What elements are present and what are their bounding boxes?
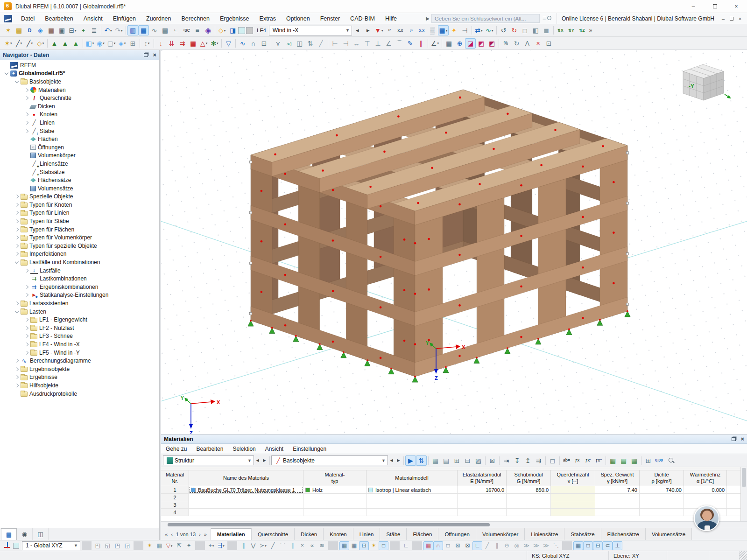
rotate-model-icon[interactable]: ↻ — [509, 25, 520, 35]
menu-item[interactable]: Ergebnisse — [215, 13, 254, 24]
first-table-button[interactable]: « — [165, 532, 168, 537]
member-numbering-icon[interactable]: ¹² — [384, 25, 395, 35]
dimension-linear-icon[interactable]: ⊢ — [330, 38, 340, 49]
separator-icon[interactable] — [328, 541, 338, 550]
expander-icon[interactable] — [23, 169, 30, 175]
gmodul-cell[interactable] — [507, 494, 551, 501]
undo-icon[interactable]: ↶ — [103, 25, 113, 35]
expander-icon[interactable] — [14, 366, 21, 372]
nu-cell[interactable] — [551, 501, 595, 508]
dimension-horizontal-icon[interactable]: ↔ — [351, 38, 362, 49]
dimension-perp-icon[interactable]: ⊥ — [373, 38, 383, 49]
insert-needle-icon[interactable]: ↕ — [141, 38, 152, 49]
new-model-icon[interactable]: ✶ — [3, 25, 14, 35]
emodul-cell[interactable] — [458, 501, 507, 508]
render-settings-icon[interactable]: ⊡ — [543, 38, 554, 49]
separator-icon[interactable] — [606, 456, 606, 465]
row-number[interactable]: 4 — [161, 509, 189, 516]
insert-solid-icon[interactable]: ◈ — [117, 38, 127, 49]
snap-square-icon[interactable]: □ — [443, 541, 453, 550]
expander-icon[interactable] — [14, 234, 21, 241]
tree-item[interactable]: Spezielle Objekte — [0, 193, 159, 201]
col-header-emodul[interactable]: ElastizitätsmodulE [N/mm²] — [458, 470, 507, 486]
regenerate-model-icon[interactable]: ↻ — [511, 38, 522, 49]
loadcase-next-icon[interactable]: ▶ — [363, 25, 374, 35]
emodul-cell[interactable] — [458, 509, 507, 516]
nodal-load-icon[interactable]: ↓ — [155, 38, 166, 49]
move-copy-icon[interactable]: ◰ — [93, 541, 103, 550]
search-collapse-icon[interactable]: ▶ — [426, 16, 430, 21]
console-panel-icon[interactable]: ›_ — [170, 25, 181, 35]
material-name-cell[interactable]: BauBuche GL70 Träger, Nutzungsklasse 1 — [189, 486, 303, 493]
tree-item[interactable]: Imperfektionen — [0, 250, 159, 259]
separator-icon[interactable] — [215, 26, 215, 35]
loadcase-color-swatch-2[interactable] — [246, 27, 253, 34]
gamma-cell[interactable] — [595, 509, 640, 516]
visual-selection-icon[interactable]: ◇ — [217, 25, 227, 35]
ghost-view-icon[interactable]: ▒ — [427, 25, 438, 35]
col-header-nu[interactable]: Querdehnzahlν [--] — [551, 470, 595, 486]
expander-icon[interactable] — [14, 374, 21, 380]
collapse-rows-icon[interactable]: ⊟ — [462, 455, 473, 466]
expander-icon[interactable] — [23, 144, 30, 151]
tree-item[interactable]: Hilfsobjekte — [0, 381, 159, 390]
tree-item[interactable]: Typen für Volumenkörper — [0, 233, 159, 242]
extend-view-z-icon[interactable]: ⇅Z — [577, 25, 587, 35]
table-row[interactable]: 1 BauBuche GL70 Träger, Nutzungsklasse 1… — [161, 486, 740, 494]
tree-item[interactable]: Ergebnisse — [0, 373, 159, 382]
expand-rows-icon[interactable]: ⊞ — [451, 455, 462, 466]
material-name-cell[interactable] — [189, 501, 303, 508]
material-type-cell[interactable] — [303, 494, 366, 501]
expander-icon[interactable] — [23, 152, 30, 159]
table-tab[interactable]: Flächensätze — [601, 528, 646, 540]
table-panel-icon[interactable]: ▤ — [160, 25, 170, 35]
export-down-icon[interactable]: ↧ — [512, 455, 522, 466]
group-next-button[interactable]: ▶ — [261, 455, 268, 465]
formula-edit-icon[interactable]: ƒx' — [583, 455, 593, 466]
move-origin-icon[interactable]: ⇱ — [174, 541, 184, 550]
model-3d-scene[interactable]: XYZXYZ-Y — [161, 50, 747, 434]
formula-icon[interactable]: ƒx — [572, 455, 583, 466]
separator-icon[interactable] — [562, 541, 572, 550]
insert-node-icon[interactable]: ✶ — [3, 38, 14, 49]
tree-item[interactable]: Lasten — [0, 308, 159, 316]
open-model-icon[interactable]: ▤ — [14, 25, 24, 35]
separator-icon[interactable] — [442, 39, 442, 48]
expander-icon[interactable] — [14, 243, 21, 249]
snap-target-icon[interactable]: ⊕ — [454, 38, 465, 49]
snap-box-icon[interactable]: □ — [379, 541, 388, 550]
separator-icon[interactable] — [101, 26, 101, 35]
new-grid-point-icon[interactable]: ✶ — [145, 541, 155, 550]
rotate-copy-icon[interactable]: ◱ — [103, 541, 113, 550]
material-type-cell[interactable] — [303, 501, 366, 508]
resize-grip[interactable] — [740, 551, 747, 560]
intersect-tool-icon[interactable]: × — [297, 541, 307, 550]
load-values-icon[interactable]: ↓¹ — [406, 25, 416, 35]
generated-load-icon[interactable]: ✻ — [209, 38, 220, 49]
row-number[interactable]: 1 — [161, 486, 189, 493]
menu-item[interactable]: Einfügen — [108, 13, 141, 24]
expander-icon[interactable] — [14, 210, 21, 216]
data-navigator-tab[interactable]: ▤ — [1, 528, 17, 540]
tree-item[interactable]: Typen für spezielle Objekte — [0, 242, 159, 250]
rotate-view-icon[interactable]: ↺ — [498, 25, 509, 35]
dlubal-center-icon[interactable]: D — [24, 25, 35, 35]
doc-close-button[interactable]: × — [736, 16, 744, 21]
separator-icon[interactable] — [126, 26, 126, 35]
table-tab[interactable]: Querschnitte — [252, 528, 295, 540]
menu-item[interactable]: Zuordnen — [141, 13, 176, 24]
export-start-icon[interactable]: ⇥ — [501, 455, 512, 466]
tree-item[interactable]: Ergebniskombinationen — [0, 283, 159, 291]
snap-person-icon[interactable]: ✦ — [184, 541, 194, 550]
model-viewport[interactable]: XYZXYZ-Y — [161, 50, 747, 434]
surface-load-icon[interactable]: ⇉ — [177, 38, 188, 49]
expander-icon[interactable] — [23, 325, 30, 331]
material-name-cell[interactable] — [189, 509, 303, 516]
transparent-view-icon[interactable]: ◼ — [541, 25, 552, 35]
tree-item[interactable]: Stabsätze — [0, 168, 159, 176]
bim-cloud-icon[interactable]: ◈ — [35, 25, 46, 35]
menu-item[interactable]: Hilfe — [380, 13, 402, 24]
menu-item[interactable]: Datei — [16, 13, 40, 24]
col-header-nr[interactable]: MaterialNr. — [161, 470, 189, 486]
category-next-button[interactable]: ▶ — [395, 455, 402, 465]
